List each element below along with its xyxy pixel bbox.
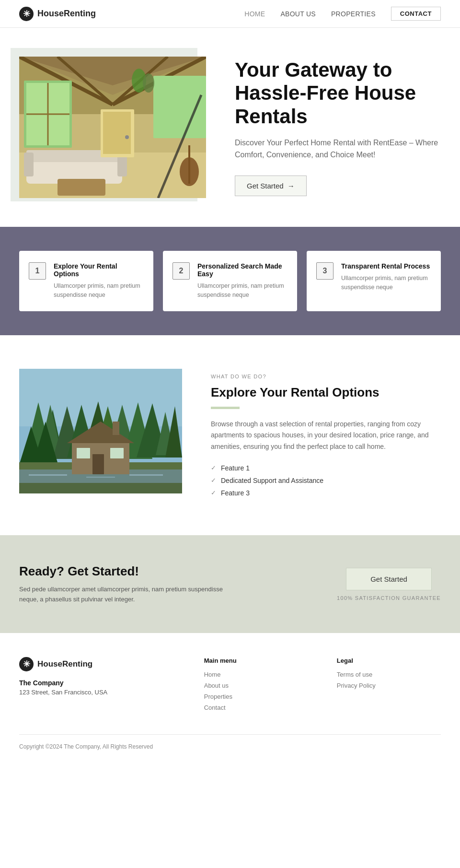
feature-item-2: ✓ Dedicated Support and Assistance: [211, 477, 441, 484]
hero-image: [19, 57, 206, 198]
svg-rect-61: [113, 422, 119, 435]
step-desc-3: Ullamcorper primis, nam pretium suspendi…: [341, 274, 431, 292]
footer-main-menu-title: Main menu: [204, 657, 308, 664]
hero-title: Your Gateway to Hassle-Free House Rental…: [235, 59, 441, 128]
step-desc-1: Ullamcorper primis, nam pretium suspendi…: [54, 282, 144, 300]
svg-rect-62: [19, 483, 182, 493]
feature-text-3: Feature 3: [221, 489, 250, 497]
cta-section: Ready? Get Started! Sed pede ullamcorper…: [0, 535, 460, 633]
svg-point-21: [125, 135, 129, 139]
hero-description: Discover Your Perfect Home Rental with R…: [235, 137, 441, 161]
svg-rect-25: [188, 145, 190, 184]
svg-rect-60: [92, 454, 104, 474]
footer-link-about[interactable]: About us: [204, 682, 308, 689]
steps-section: 1 Explore Your Rental Options Ullamcorpe…: [0, 227, 460, 335]
features-content: WHAT DO WE DO? Explore Your Rental Optio…: [211, 369, 441, 502]
features-title: Explore Your Rental Options: [211, 385, 441, 400]
footer-link-properties[interactable]: Properties: [204, 693, 308, 700]
brand-logo[interactable]: ✳ HouseRenting: [19, 7, 96, 21]
hero-text: Your Gateway to Hassle-Free House Rental…: [235, 59, 441, 196]
svg-rect-58: [77, 448, 90, 458]
step-title-3: Transparent Rental Process: [341, 262, 431, 270]
check-icon-2: ✓: [211, 477, 216, 484]
features-divider: [211, 407, 240, 409]
footer-address: 123 Street, San Francisco, USA: [19, 689, 175, 696]
svg-rect-12: [153, 76, 206, 138]
cta-left: Ready? Get Started! Sed pede ullamcorper…: [19, 564, 230, 605]
step-content-1: Explore Your Rental Options Ullamcorper …: [54, 262, 144, 300]
features-image-wrap: [19, 369, 182, 495]
step-title-2: Personalized Search Made Easy: [197, 262, 288, 278]
nav-links: HOME ABOUT US PROPERTIES CONTACT: [244, 7, 441, 21]
svg-point-23: [143, 73, 154, 93]
navbar: ✳ HouseRenting HOME ABOUT US PROPERTIES …: [0, 0, 460, 28]
footer-legal: Legal Terms of use Privacy Policy: [337, 657, 441, 715]
hero-image-wrap: [19, 57, 206, 198]
hero-section: Your Gateway to Hassle-Free House Rental…: [0, 28, 460, 227]
svg-rect-55: [129, 474, 163, 476]
svg-rect-53: [29, 474, 67, 476]
feature-text-2: Dedicated Support and Assistance: [221, 477, 323, 484]
cta-description: Sed pede ullamcorper amet ullamcorper pr…: [19, 585, 230, 605]
footer-main-menu: Main menu Home About us Properties Conta…: [204, 657, 308, 715]
footer-link-home[interactable]: Home: [204, 671, 308, 678]
cta-guarantee: 100% SATISFACTION GUARANTEE: [337, 595, 441, 601]
svg-rect-59: [110, 448, 124, 458]
feature-item-1: ✓ Feature 1: [211, 464, 441, 472]
cta-button[interactable]: Get Started: [346, 568, 432, 590]
footer-brand-name: HouseRenting: [37, 659, 92, 669]
steps-grid: 1 Explore Your Rental Options Ullamcorpe…: [19, 251, 441, 311]
hero-image-svg: [19, 57, 206, 198]
nav-contact[interactable]: CONTACT: [391, 7, 441, 21]
step-title-1: Explore Your Rental Options: [54, 262, 144, 278]
step-number-2: 2: [172, 262, 190, 280]
logo-icon: ✳: [19, 7, 34, 21]
svg-rect-54: [86, 477, 115, 478]
step-card-2: 2 Personalized Search Made Easy Ullamcor…: [163, 251, 297, 311]
nav-properties[interactable]: PROPERTIES: [331, 10, 376, 18]
step-content-2: Personalized Search Made Easy Ullamcorpe…: [197, 262, 288, 300]
footer-logo: ✳ HouseRenting: [19, 657, 175, 671]
brand-name: HouseRenting: [37, 9, 96, 19]
features-section: WHAT DO WE DO? Explore Your Rental Optio…: [0, 335, 460, 535]
footer-legal-title: Legal: [337, 657, 441, 664]
cta-title: Ready? Get Started!: [19, 564, 230, 579]
footer-link-contact[interactable]: Contact: [204, 704, 308, 711]
svg-rect-16: [24, 152, 34, 176]
footer-brand: ✳ HouseRenting The Company 123 Street, S…: [19, 657, 175, 715]
step-card-3: 3 Transparent Rental Process Ullamcorper…: [307, 251, 441, 311]
feature-text-1: Feature 1: [221, 464, 250, 472]
footer-logo-icon: ✳: [19, 657, 34, 671]
footer-top: ✳ HouseRenting The Company 123 Street, S…: [19, 657, 441, 734]
hero-cta-button[interactable]: Get Started →: [235, 176, 307, 196]
nav-home[interactable]: HOME: [244, 10, 265, 18]
footer-company-name: The Company: [19, 679, 175, 687]
step-desc-2: Ullamcorper primis, nam pretium suspendi…: [197, 282, 288, 300]
step-number-3: 3: [316, 262, 334, 280]
step-number-1: 1: [29, 262, 46, 280]
check-icon-1: ✓: [211, 464, 216, 471]
footer: ✳ HouseRenting The Company 123 Street, S…: [0, 633, 460, 759]
nav-about[interactable]: ABOUT US: [280, 10, 316, 18]
cta-right: Get Started 100% SATISFACTION GUARANTEE: [337, 568, 441, 601]
step-card-1: 1 Explore Your Rental Options Ullamcorpe…: [19, 251, 153, 311]
features-label: WHAT DO WE DO?: [211, 374, 441, 379]
svg-rect-18: [58, 179, 105, 196]
step-content-3: Transparent Rental Process Ullamcorper p…: [341, 262, 431, 292]
svg-rect-20: [103, 112, 131, 154]
features-list: ✓ Feature 1 ✓ Dedicated Support and Assi…: [211, 464, 441, 497]
check-icon-3: ✓: [211, 489, 216, 496]
footer-bottom: Copyright ©2024 The Company, All Rights …: [19, 734, 441, 759]
footer-copyright: Copyright ©2024 The Company, All Rights …: [19, 743, 153, 750]
footer-link-privacy[interactable]: Privacy Policy: [337, 682, 441, 689]
features-image-svg: [19, 369, 182, 493]
footer-link-terms[interactable]: Terms of use: [337, 671, 441, 678]
feature-item-3: ✓ Feature 3: [211, 489, 441, 497]
features-description: Browse through a vast selection of renta…: [211, 419, 441, 453]
